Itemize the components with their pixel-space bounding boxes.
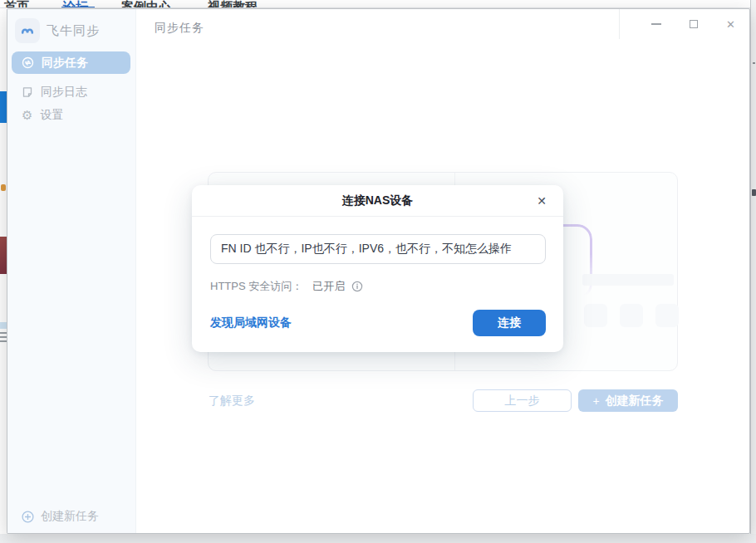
dialog-close-icon[interactable]: ✕ xyxy=(533,193,550,209)
create-new-task-label: 创建新任务 xyxy=(606,394,664,408)
sidebar-item-settings[interactable]: ⚙ 设置 xyxy=(12,104,130,126)
maximize-button[interactable] xyxy=(675,9,712,39)
connect-nas-dialog: 连接NAS设备 ✕ HTTPS 安全访问： 已开启 发现局域网设备 连接 xyxy=(192,185,563,352)
info-icon[interactable] xyxy=(351,281,363,292)
bg-mark xyxy=(753,62,755,64)
fn-swirl-icon xyxy=(20,23,35,38)
bg-nav-item: 案例中心 xyxy=(121,0,171,8)
page-title: 同步任务 xyxy=(155,21,204,36)
bg-image-sliver xyxy=(0,237,7,274)
sync-icon xyxy=(22,56,34,69)
sidebar-item-label: 同步任务 xyxy=(42,56,88,71)
app-window: 飞牛同步 同步任务 同步日志 ⚙ 设置 创建新任务 xyxy=(7,8,750,534)
dialog-title: 连接NAS设备 xyxy=(342,193,414,208)
bg-nav-item: 视频教程 xyxy=(208,0,258,8)
minimize-icon xyxy=(651,23,661,25)
nas-address-input[interactable] xyxy=(210,234,546,264)
sidebar-item-sync-logs[interactable]: 同步日志 xyxy=(12,81,130,103)
app-logo-row: 飞牛同步 xyxy=(15,18,100,43)
plus-circle-icon xyxy=(22,511,34,523)
sidebar-item-sync-tasks[interactable]: 同步任务 xyxy=(12,51,130,74)
bg-nav-item: 首页 xyxy=(4,0,29,8)
https-access-label: HTTPS 安全访问： xyxy=(210,279,302,294)
bg-blue-line xyxy=(0,322,7,329)
discover-lan-devices-link[interactable]: 发现局域网设备 xyxy=(210,316,292,330)
minimize-button[interactable] xyxy=(637,9,675,39)
faded-thumbnail xyxy=(620,304,643,327)
previous-step-button[interactable]: 上一步 xyxy=(473,389,572,412)
plus-icon: + xyxy=(592,394,599,408)
dialog-header: 连接NAS设备 ✕ xyxy=(192,185,563,217)
create-new-task-button[interactable]: + 创建新任务 xyxy=(578,389,678,412)
background-browser-navbar: 首页 论坛 案例中心 视频教程 xyxy=(0,0,756,8)
sidebar-item-label: 同步日志 xyxy=(41,85,87,100)
window-close-button[interactable]: ✕ xyxy=(712,9,749,39)
app-logo xyxy=(15,18,40,43)
sidebar: 飞牛同步 同步任务 同步日志 ⚙ 设置 创建新任务 xyxy=(7,9,136,533)
connect-button[interactable]: 连接 xyxy=(473,310,546,336)
background-bottom-strip xyxy=(0,534,756,543)
https-access-row: HTTPS 安全访问： 已开启 xyxy=(210,279,363,294)
dialog-footer: 发现局域网设备 连接 xyxy=(210,310,546,336)
create-task-footer-label: 创建新任务 xyxy=(41,509,99,524)
https-status-value: 已开启 xyxy=(312,279,345,294)
faded-thumbnail xyxy=(655,304,679,327)
titlebar-divider xyxy=(619,9,620,39)
background-browser-left-sliver xyxy=(0,8,7,534)
window-controls: ✕ xyxy=(637,9,749,39)
gear-icon: ⚙ xyxy=(22,109,32,121)
bg-gray-lines xyxy=(0,332,7,344)
bg-mark xyxy=(752,189,756,196)
bg-blue-badge xyxy=(0,91,7,123)
faded-thumbnail xyxy=(584,304,607,327)
sidebar-item-label: 设置 xyxy=(40,108,63,123)
app-name: 飞牛同步 xyxy=(47,23,100,39)
bg-orange-dot xyxy=(1,184,6,191)
learn-more-link[interactable]: 了解更多 xyxy=(209,394,255,408)
background-browser-right-sliver xyxy=(750,0,756,543)
log-document-icon xyxy=(22,86,33,98)
create-task-footer-button[interactable]: 创建新任务 xyxy=(22,509,99,524)
faded-content-band xyxy=(582,274,674,286)
maximize-icon xyxy=(690,20,698,28)
